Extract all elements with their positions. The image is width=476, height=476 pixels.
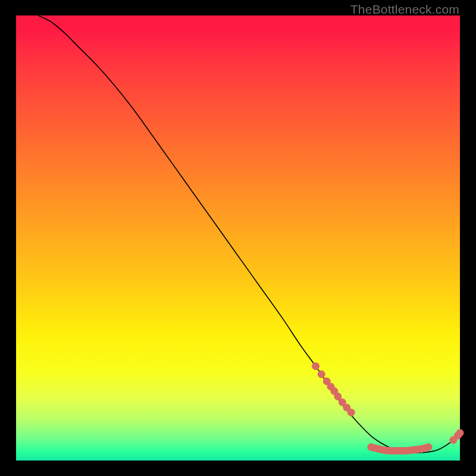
data-point bbox=[318, 371, 325, 378]
data-point bbox=[312, 362, 320, 369]
data-point bbox=[456, 430, 464, 437]
bottleneck-curve bbox=[38, 15, 460, 453]
data-point bbox=[347, 409, 355, 416]
scatter-dots bbox=[312, 362, 464, 454]
data-point bbox=[425, 444, 432, 451]
chart-svg bbox=[16, 15, 460, 461]
watermark-text: TheBottleneck.com bbox=[350, 2, 459, 17]
